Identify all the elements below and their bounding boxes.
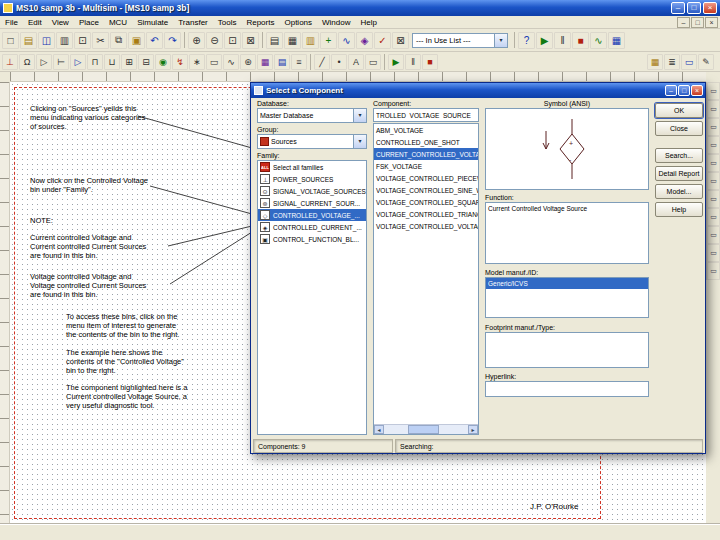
component-list[interactable]: ◂ ▸ ABM_VOLTAGE CONTROLLED_ONE_SHOT CURR… [373,123,479,435]
run-simulation-icon[interactable]: ▶ [388,54,404,70]
capture-area-icon[interactable]: ⊠ [392,32,409,49]
print-icon[interactable]: ▥ [56,32,73,49]
stop-simulation-icon[interactable]: ■ [422,54,438,70]
place-cmos-icon[interactable]: ⊔ [104,54,120,70]
place-hierarchical-icon[interactable]: ▤ [274,54,290,70]
menu-view[interactable]: View [47,18,74,27]
chevron-down-icon[interactable]: ▾ [353,109,366,122]
search-button[interactable]: Search... [655,148,703,163]
place-misc-digital-icon[interactable]: ⊞ [121,54,137,70]
footprint-list[interactable] [485,332,649,368]
component-list-item[interactable]: VOLTAGE_CONTROLLED_SINE_WAV [374,184,478,196]
undo-icon[interactable]: ↶ [146,32,163,49]
component-list-item[interactable]: VOLTAGE_CONTROLLED_VOLTAGE... [374,220,478,232]
logic-analyzer-icon[interactable]: ▭ [707,226,720,244]
word-generator-icon[interactable]: ▭ [707,208,720,226]
component-list-item[interactable]: VOLTAGE_CONTROLLED_SQUARE_... [374,196,478,208]
bode-plotter-icon[interactable]: ▭ [707,172,720,190]
erc-icon[interactable]: ✓ [374,32,391,49]
family-item-signal-voltage-sources[interactable]: ⊙ SIGNAL_VOLTAGE_SOURCES [258,185,366,197]
family-item-signal-current-sources[interactable]: ⊚ SIGNAL_CURRENT_SOUR... [258,197,366,209]
toggle-breadboard-icon[interactable]: ▦ [647,54,663,70]
scroll-left-icon[interactable]: ◂ [374,425,384,434]
mdi-restore-icon[interactable]: □ [691,17,704,28]
component-list-item[interactable]: VOLTAGE_CONTROLLED_PIECEWIS [374,172,478,184]
copy-icon[interactable]: ⧉ [110,32,127,49]
design-toolbox-icon[interactable]: ▤ [266,32,283,49]
component-input[interactable] [373,108,479,122]
ladder-diagram-icon[interactable]: ≣ [664,54,680,70]
ok-button[interactable]: OK [655,103,703,118]
pause-simulation-icon[interactable]: ‖ [405,54,421,70]
iv-analyzer-icon[interactable]: ▭ [707,262,720,280]
database-select[interactable]: Master Database ▾ [257,108,367,123]
family-item-control-function-blocks[interactable]: ▣ CONTROL_FUNCTION_BL... [258,233,366,245]
component-list-item[interactable]: ABM_VOLTAGE [374,124,478,136]
hyperlink-box[interactable] [485,381,649,397]
menu-options[interactable]: Options [279,18,317,27]
close-icon[interactable]: × [703,2,717,14]
menu-edit[interactable]: Edit [23,18,47,27]
place-ttl-icon[interactable]: ⊓ [87,54,103,70]
model-list[interactable]: Generic/ICVS [485,277,649,318]
menu-window[interactable]: Window [317,18,355,27]
zoom-fit-icon[interactable]: ⊠ [242,32,259,49]
print-preview-icon[interactable]: ⊡ [74,32,91,49]
zoom-in-icon[interactable]: ⊕ [188,32,205,49]
family-item-controlled-voltage[interactable]: ◇ CONTROLLED_VOLTAGE_... [258,209,366,221]
help-icon[interactable]: ? [518,32,535,49]
place-wire-icon[interactable]: ╱ [314,54,330,70]
place-source-icon[interactable]: ⊥ [2,54,18,70]
scroll-right-icon[interactable]: ▸ [468,425,478,434]
detail-report-button[interactable]: Detail Report [655,166,703,181]
place-comment-icon[interactable]: ▭ [365,54,381,70]
place-power-icon[interactable]: ↯ [172,54,188,70]
place-basic-icon[interactable]: Ω [19,54,35,70]
paste-icon[interactable]: ▣ [128,32,145,49]
component-list-item[interactable]: FSK_VOLTAGE [374,160,478,172]
scrollbar-thumb[interactable] [408,425,440,434]
place-analog-icon[interactable]: ▷ [70,54,86,70]
mdi-close-icon[interactable]: × [705,17,718,28]
in-use-list-combobox[interactable]: --- In Use List --- ▾ [412,33,508,48]
postprocessor-icon[interactable]: ◈ [356,32,373,49]
close-button[interactable]: Close [655,121,703,136]
spreadsheet-view-icon[interactable]: ▦ [284,32,301,49]
place-rf-icon[interactable]: ∿ [223,54,239,70]
family-item-all[interactable]: ALL Select all families [258,161,366,173]
mdi-minimize-icon[interactable]: – [677,17,690,28]
redo-icon[interactable]: ↷ [164,32,181,49]
family-list[interactable]: ALL Select all families ⊥ POWER_SOURCES … [257,160,367,435]
help-button[interactable]: Help [655,202,703,217]
menu-transfer[interactable]: Transfer [173,18,213,27]
description-box-icon[interactable]: ▭ [681,54,697,70]
menu-help[interactable]: Help [355,18,381,27]
open-file-icon[interactable]: ▤ [20,32,37,49]
component-list-hscrollbar[interactable]: ◂ ▸ [374,424,478,434]
place-mcu-icon[interactable]: ▦ [257,54,273,70]
scrollbar-track[interactable] [384,425,468,434]
dialog-restore-icon[interactable]: □ [678,85,690,96]
place-bus-icon[interactable]: ≡ [291,54,307,70]
group-select[interactable]: Sources ▾ [257,134,367,149]
four-channel-oscilloscope-icon[interactable]: ▭ [707,154,720,172]
simulate-stop-icon[interactable]: ■ [572,32,589,49]
save-icon[interactable]: ◫ [38,32,55,49]
component-list-item[interactable]: CURRENT_CONTROLLED_VOLTAGE [374,148,478,160]
chevron-down-icon[interactable]: ▾ [353,135,366,148]
menu-mcu[interactable]: MCU [104,18,132,27]
menu-place[interactable]: Place [74,18,104,27]
new-file-icon[interactable]: □ [2,32,19,49]
place-electromechanical-icon[interactable]: ⊛ [240,54,256,70]
component-list-item[interactable]: CONTROLLED_ONE_SHOT [374,136,478,148]
logic-converter-icon[interactable]: ▭ [707,244,720,262]
grapher-view-icon[interactable]: ▦ [608,32,625,49]
function-generator-icon[interactable]: ▭ [707,100,720,118]
wattmeter-icon[interactable]: ▭ [707,118,720,136]
simulate-run-icon[interactable]: ▶ [536,32,553,49]
model-list-item[interactable]: Generic/ICVS [486,278,648,289]
minimize-icon[interactable]: – [671,2,685,14]
menu-reports[interactable]: Reports [241,18,279,27]
place-diode-icon[interactable]: ▷ [36,54,52,70]
zoom-out-icon[interactable]: ⊖ [206,32,223,49]
